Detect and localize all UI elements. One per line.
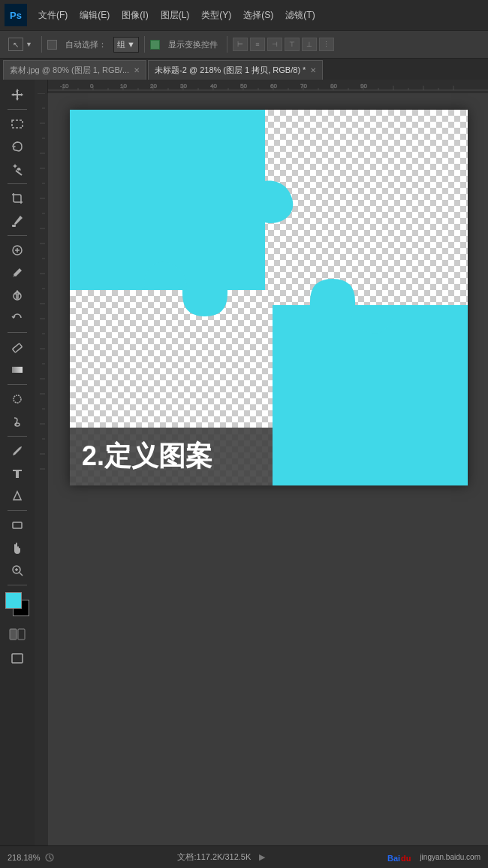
- toolbar-sep-3: [227, 36, 227, 53]
- svg-point-9: [14, 395, 21, 403]
- zoom-level: 218.18%: [8, 853, 40, 862]
- toolbar-sep-2: [144, 36, 145, 53]
- align-buttons: ⊢ ≡ ⊣ ⊤ ⊥ ⋮: [233, 38, 334, 51]
- move-tool-options: ↖ ▼: [5, 35, 36, 53]
- baidu-watermark: Bai du jingyan.baidu.com: [387, 850, 480, 865]
- svg-rect-0: [12, 120, 23, 128]
- svg-text:20: 20: [150, 83, 157, 89]
- status-bar: 218.18% 文档:117.2K/312.5K ▶ Bai du jingya…: [0, 845, 488, 868]
- svg-line-13: [20, 573, 23, 576]
- menu-edit[interactable]: 编辑(E): [74, 6, 115, 25]
- tool-crop[interactable]: [7, 188, 28, 209]
- show-transform-checkbox[interactable]: [150, 40, 160, 50]
- svg-text:0: 0: [90, 83, 94, 89]
- menu-file[interactable]: 文件(F): [33, 6, 73, 25]
- tool-rect-select[interactable]: [7, 113, 28, 135]
- arrow-right-icon: ▶: [259, 852, 265, 861]
- menu-filter[interactable]: 滤镜(T): [280, 6, 320, 25]
- tool-screen-mode[interactable]: [7, 648, 28, 669]
- tool-eyedropper[interactable]: [7, 210, 28, 231]
- svg-text:50: 50: [240, 83, 247, 89]
- status-icon: [44, 852, 55, 863]
- align-center-btn[interactable]: ≡: [250, 38, 265, 51]
- menu-layer[interactable]: 图层(L): [155, 6, 195, 25]
- caption-overlay: 2.定义图案: [70, 428, 273, 485]
- svg-rect-18: [12, 654, 23, 663]
- layer-dropdown[interactable]: 组 ▼: [113, 37, 139, 53]
- svg-text:10: 10: [120, 83, 127, 89]
- tool-healing[interactable]: [7, 240, 28, 261]
- svg-text:-10: -10: [60, 83, 69, 89]
- svg-rect-19: [48, 80, 488, 93]
- menu-type[interactable]: 类型(Y): [196, 6, 236, 25]
- tool-pen[interactable]: [7, 440, 28, 461]
- canvas-image[interactable]: 2.定义图案: [70, 110, 468, 485]
- tool-path-select[interactable]: [7, 485, 28, 507]
- caption-text: 2.定义图案: [82, 440, 212, 471]
- menu-image[interactable]: 图像(I): [116, 6, 153, 25]
- tool-shape[interactable]: [7, 515, 28, 536]
- svg-rect-17: [18, 629, 25, 640]
- tool-blur[interactable]: [7, 389, 28, 410]
- tool-sep-6: [8, 436, 27, 437]
- tool-move[interactable]: [7, 84, 28, 105]
- tool-type[interactable]: [7, 463, 28, 484]
- menu-select[interactable]: 选择(S): [238, 6, 279, 25]
- tool-hand[interactable]: [7, 537, 28, 558]
- tool-brush[interactable]: [7, 262, 28, 283]
- align-left-btn[interactable]: ⊢: [233, 38, 248, 51]
- tool-eraser[interactable]: [7, 337, 28, 358]
- arrow-icon: ↖: [8, 38, 23, 51]
- tool-zoom[interactable]: [7, 560, 28, 581]
- tab-active-close[interactable]: ✕: [310, 66, 316, 74]
- status-left: 218.18%: [8, 852, 55, 863]
- move-tool-chevron: ▼: [26, 41, 32, 48]
- align-middle-btn[interactable]: ⊥: [302, 38, 317, 51]
- tab-source[interactable]: 素材.jpg @ 80% (图层 1, RGB/... ✕: [3, 60, 146, 80]
- svg-rect-7: [12, 343, 22, 352]
- show-transform-label: 显示变换控件: [164, 37, 221, 53]
- svg-rect-16: [10, 629, 17, 640]
- align-top-btn[interactable]: ⊤: [285, 38, 300, 51]
- tool-sep-8: [8, 585, 27, 585]
- tool-dodge[interactable]: [7, 411, 28, 432]
- ruler-horizontal: -10 0 10 20 30 40 50 60 70 80 90: [48, 80, 488, 93]
- svg-text:30: 30: [180, 83, 187, 89]
- tool-sep-7: [8, 510, 27, 511]
- tool-lasso[interactable]: [7, 136, 28, 157]
- tool-gradient[interactable]: [7, 359, 28, 380]
- tool-sep-5: [8, 384, 27, 385]
- main-area: -10 0 10 20 30 40 50 60 70 80 90: [0, 80, 488, 845]
- tool-quick-mask[interactable]: [7, 624, 28, 645]
- canvas-wrapper: 2.定义图案: [70, 110, 468, 485]
- toolbar-bar: ↖ ▼ 自动选择： 组 ▼ 显示变换控件 ⊢ ≡ ⊣ ⊤ ⊥ ⋮: [0, 30, 488, 59]
- tool-sep-3: [8, 235, 27, 236]
- svg-rect-59: [35, 93, 48, 845]
- tool-history[interactable]: [7, 307, 28, 328]
- auto-select-label: 自动选择：: [62, 37, 110, 53]
- auto-select-checkbox[interactable]: [47, 40, 57, 50]
- tool-magic-wand[interactable]: [7, 159, 28, 180]
- svg-text:80: 80: [330, 83, 337, 89]
- tab-active-label: 未标题-2 @ 218% (图层 1 拷贝, RGB/8) *: [155, 65, 306, 76]
- align-right-btn[interactable]: ⊣: [267, 38, 282, 51]
- toolbar-sep-1: [41, 36, 42, 53]
- baidu-logo-icon: Bai du: [387, 850, 417, 865]
- tool-sep-4: [8, 332, 27, 333]
- svg-rect-2: [12, 225, 16, 227]
- ruler-vertical: [35, 80, 48, 845]
- tab-active[interactable]: 未标题-2 @ 218% (图层 1 拷贝, RGB/8) * ✕: [148, 60, 323, 80]
- svg-text:60: 60: [270, 83, 277, 89]
- ps-logo: Ps: [5, 4, 27, 26]
- foreground-color-swatch[interactable]: [5, 592, 22, 609]
- status-center: 文档:117.2K/312.5K ▶: [55, 851, 387, 863]
- tab-source-close[interactable]: ✕: [134, 66, 140, 74]
- svg-text:90: 90: [360, 83, 367, 89]
- jingyan-text: jingyan.baidu.com: [420, 853, 480, 861]
- distribute-btn[interactable]: ⋮: [319, 38, 334, 51]
- svg-text:Bai: Bai: [387, 854, 400, 863]
- color-swatches: [5, 592, 29, 616]
- canvas-area: -10 0 10 20 30 40 50 60 70 80 90: [35, 80, 488, 845]
- left-toolbar: [0, 80, 35, 845]
- tool-clone[interactable]: [7, 285, 28, 306]
